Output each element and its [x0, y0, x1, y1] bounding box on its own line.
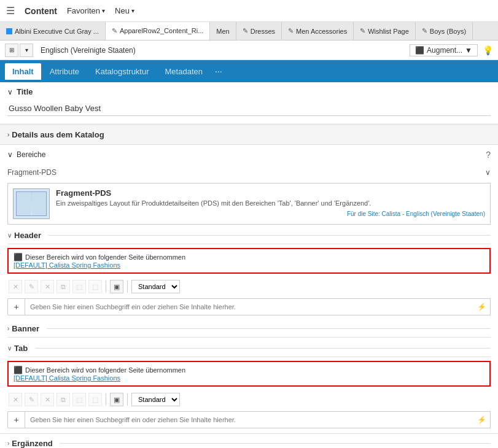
fragment-card: Fragment-PDS Ein zweispaltiges Layout fü… — [7, 183, 491, 225]
header-toolbar-btn-2[interactable]: ✎ — [25, 280, 38, 293]
pencil-wishlist-icon: ✎ — [360, 27, 365, 35]
header-standard-select[interactable]: Standard — [131, 280, 180, 293]
ergaenzend-section[interactable]: › Ergänzend — [0, 433, 498, 448]
tab-search-input[interactable] — [25, 416, 473, 423]
tab-apparel[interactable]: ✎ ApparelRow2_Content_Ri... — [106, 22, 210, 41]
header-search-icon[interactable]: ⚡ — [473, 298, 490, 315]
augment-label: Augment... — [427, 46, 462, 55]
bereiche-header[interactable]: ∨ Bereiche ? — [0, 145, 498, 164]
tab-toolbar-btn-7[interactable]: ▣ — [110, 393, 123, 406]
tab-inherited-notice: ⬛ Dieser Bereich wird von folgender Seit… — [7, 361, 491, 387]
fragment-thumbnail — [13, 188, 50, 219]
tabs-bar: Albini Executive Cut Gray ... ✎ ApparelR… — [0, 22, 498, 41]
fragment-name: Fragment-PDS — [56, 188, 485, 198]
tab-men-label: Men — [216, 28, 229, 35]
lang-dropdown-btn[interactable]: ▾ — [20, 44, 33, 57]
favoriten-menu[interactable]: Favoriten ▾ — [67, 6, 105, 15]
inherited-icon: ⬛ — [14, 253, 23, 261]
tab-katalogstruktur[interactable]: Katalogstruktur — [88, 63, 156, 80]
tab-toolbar-sep — [106, 393, 106, 406]
tab-inherited-link[interactable]: [DEFAULT] Calista Spring Fashions — [14, 374, 484, 382]
tab-standard-select[interactable]: Standard — [131, 393, 180, 406]
tab-albini[interactable]: Albini Executive Cut Gray ... — [0, 22, 106, 41]
tab-boys[interactable]: ✎ Boys (Boys) — [416, 22, 473, 41]
neu-menu[interactable]: Neu ▾ — [115, 6, 134, 15]
fragment-thumb-inner — [16, 191, 47, 216]
tab-toolbar-btn-4[interactable]: ⧉ — [56, 393, 70, 406]
tab-toolbar-btn-2[interactable]: ✎ — [25, 393, 38, 406]
tab-toolbar-btn-3[interactable]: ✕ — [41, 393, 54, 406]
details-arrow-icon: › — [7, 131, 9, 138]
tab-inherited-icon: ⬛ — [14, 366, 23, 374]
thumb-cell-1 — [17, 192, 31, 204]
header-content-toolbar: ✕ ✎ ✕ ⧉ ⬚ ⬚ ▣ Standard — [7, 277, 491, 296]
tab-dresses-label: Dresses — [251, 28, 275, 35]
title-arrow-icon[interactable]: ∨ — [7, 88, 13, 96]
bereiche-help-icon[interactable]: ? — [486, 150, 491, 160]
tab-content-toolbar: ✕ ✎ ✕ ⧉ ⬚ ⬚ ▣ Standard — [7, 390, 491, 409]
header-toolbar-btn-1[interactable]: ✕ — [9, 280, 22, 293]
ergaenzend-arrow-icon: › — [7, 440, 9, 447]
tab-inherited-text: ⬛ Dieser Bereich wird von folgender Seit… — [14, 366, 484, 374]
pencil-dresses-icon: ✎ — [243, 27, 248, 35]
pencil-accessories-icon: ✎ — [288, 27, 294, 35]
tab-attribute[interactable]: Attribute — [42, 63, 87, 80]
header-toolbar-btn-3[interactable]: ✕ — [41, 280, 54, 293]
tab-search-icon[interactable]: ⚡ — [473, 411, 490, 428]
tab-albini-label: Albini Executive Cut Gray ... — [15, 28, 99, 35]
title-section: ∨ Title — [0, 82, 498, 125]
header-toolbar-btn-7[interactable]: ▣ — [110, 280, 123, 293]
ergaenzend-label: Ergänzend — [12, 439, 52, 448]
tab-inhalt[interactable]: Inhalt — [5, 63, 41, 80]
header-toolbar-btn-4[interactable]: ⧉ — [56, 280, 70, 293]
tab-square-icon — [6, 28, 12, 34]
lang-icon-btn-1[interactable]: ⊞ — [5, 44, 18, 57]
fragment-site-note: Für die Site: Calista - Englisch (Verein… — [56, 210, 485, 217]
header-toolbar-sep-2 — [127, 280, 128, 293]
header-search-input[interactable] — [25, 303, 473, 311]
fragment-dropdown-icon[interactable]: ∨ — [485, 168, 491, 177]
tab-search-plus-icon[interactable]: + — [8, 411, 25, 428]
header-sub-header[interactable]: ∨ Header — [7, 227, 491, 244]
bereiche-section: ∨ Bereiche ? Fragment-PDS ∨ Fragment-PDS — [0, 145, 498, 448]
thumb-cell-2 — [32, 192, 47, 204]
fragment-label: Fragment-PDS — [7, 168, 56, 177]
header-search-box: + ⚡ — [7, 298, 491, 315]
tab-toolbar-btn-5[interactable]: ⬚ — [72, 393, 86, 406]
tab-men[interactable]: Men — [210, 22, 236, 41]
header-search-plus-icon[interactable]: + — [8, 298, 25, 315]
header-toolbar-btn-5[interactable]: ⬚ — [72, 280, 86, 293]
banner-subsection: › Banner — [0, 320, 498, 340]
fragment-info: Fragment-PDS Ein zweispaltiges Layout fü… — [56, 188, 485, 217]
header-inherited-link[interactable]: [DEFAULT] Calista Spring Fashions — [14, 261, 484, 269]
ergaenzend-divider — [60, 443, 491, 444]
tab-toolbar-btn-6[interactable]: ⬚ — [88, 393, 102, 406]
tab-dresses[interactable]: ✎ Dresses — [236, 22, 282, 41]
augment-button[interactable]: ⬛ Augment... ▼ — [410, 44, 478, 56]
content-tabs-more[interactable]: ··· — [211, 66, 226, 76]
tab-section-label: Tab — [14, 344, 28, 353]
title-input[interactable] — [7, 101, 491, 116]
header-label: Header — [14, 231, 41, 240]
fragment-row: Fragment-PDS ∨ — [0, 164, 498, 180]
tab-apparel-label: ApparelRow2_Content_Ri... — [120, 27, 203, 34]
header-inherited-message: Dieser Bereich wird von folgender Seite … — [25, 253, 185, 261]
header-arrow-icon: ∨ — [7, 232, 12, 239]
header-toolbar-sep — [106, 280, 106, 293]
title-section-label: Title — [17, 87, 33, 96]
details-section[interactable]: › Details aus dem Katalog — [0, 125, 498, 145]
tab-wishlist[interactable]: ✎ Wishlist Page — [354, 22, 416, 41]
header-subsection: ∨ Header ⬛ Dieser Bereich wird von folge… — [0, 227, 498, 320]
tab-men-accessories[interactable]: ✎ Men Accessories — [282, 22, 354, 41]
tab-metadaten[interactable]: Metadaten — [158, 63, 210, 80]
bulb-icon[interactable]: 💡 — [483, 45, 493, 55]
tab-inherited-message: Dieser Bereich wird von folgender Seite … — [25, 366, 185, 374]
tab-toolbar-btn-1[interactable]: ✕ — [9, 393, 22, 406]
banner-label: Banner — [12, 324, 39, 333]
hamburger-menu-icon[interactable]: ☰ — [6, 5, 15, 17]
augment-arrow-icon: ▼ — [465, 46, 472, 55]
header-toolbar-btn-6[interactable]: ⬚ — [88, 280, 102, 293]
banner-sub-header[interactable]: › Banner — [7, 320, 491, 338]
tab-sub-header[interactable]: ∨ Tab — [7, 340, 491, 357]
tab-men-accessories-label: Men Accessories — [296, 28, 347, 35]
